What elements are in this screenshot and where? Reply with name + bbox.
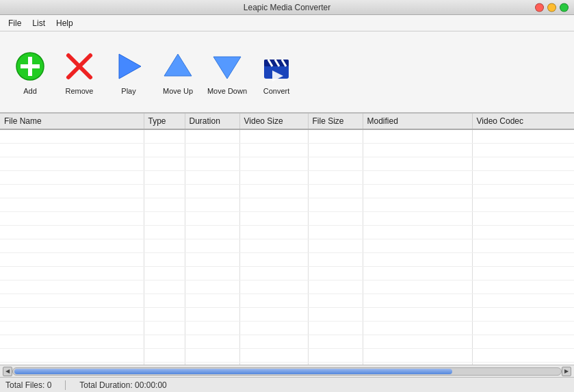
file-list-container: File Name Type Duration Video Size File …: [0, 114, 574, 365]
window-title: Leapic Media Converter: [244, 3, 330, 12]
move-down-icon: [209, 49, 245, 84]
window-controls: [535, 3, 569, 12]
move-up-label: Move Up: [163, 87, 193, 95]
file-table: File Name Type Duration Video Size File …: [0, 114, 574, 365]
menu-list[interactable]: List: [27, 17, 51, 29]
menu-file[interactable]: File: [3, 17, 27, 29]
total-duration-label: Total Duration: 00:00:00: [79, 380, 166, 390]
toolbar: Add Remove Play Move Up: [0, 31, 574, 114]
col-header-modified: Modified: [363, 114, 472, 129]
table-row[interactable]: [0, 280, 574, 293]
remove-label: Remove: [66, 87, 94, 95]
move-up-icon: [160, 49, 196, 84]
table-row[interactable]: [0, 129, 574, 143]
remove-button[interactable]: Remove: [56, 35, 103, 109]
table-row[interactable]: [0, 225, 574, 239]
scroll-right-button[interactable]: ▶: [562, 367, 571, 376]
col-header-filename: File Name: [0, 114, 144, 129]
scroll-left-button[interactable]: ◀: [3, 367, 12, 376]
move-down-button[interactable]: Move Down: [204, 35, 250, 109]
scrollbar-container: ◀ ▶: [0, 365, 574, 377]
scrollbar-thumb[interactable]: [14, 369, 452, 374]
title-bar: Leapic Media Converter: [0, 0, 574, 15]
minimize-button[interactable]: [547, 3, 556, 12]
table-row[interactable]: [0, 157, 574, 170]
add-button[interactable]: Add: [7, 35, 53, 109]
table-row[interactable]: [0, 335, 574, 348]
convert-icon: [259, 49, 294, 84]
play-button[interactable]: Play: [105, 35, 152, 109]
svg-marker-7: [213, 57, 241, 79]
play-icon: [111, 49, 146, 84]
table-row[interactable]: [0, 198, 574, 211]
col-header-videosize: Video Size: [239, 114, 308, 129]
table-header-row: File Name Type Duration Video Size File …: [0, 114, 574, 129]
play-label: Play: [121, 87, 135, 95]
table-row[interactable]: [0, 266, 574, 280]
table-row[interactable]: [0, 143, 574, 157]
total-files-label: Total Files: 0: [5, 380, 51, 390]
table-row[interactable]: [0, 293, 574, 307]
scrollbar-track[interactable]: [12, 367, 562, 376]
menu-bar: File List Help: [0, 15, 574, 31]
menu-help[interactable]: Help: [51, 17, 79, 29]
svg-rect-2: [21, 64, 40, 68]
add-icon: [12, 49, 48, 84]
remove-icon: [62, 49, 97, 84]
table-row[interactable]: [0, 170, 574, 184]
add-label: Add: [23, 87, 37, 95]
col-header-type: Type: [144, 114, 185, 129]
maximize-button[interactable]: [560, 3, 569, 12]
close-button[interactable]: [535, 3, 544, 12]
table-row[interactable]: [0, 321, 574, 335]
svg-marker-6: [164, 54, 192, 76]
move-up-button[interactable]: Move Up: [155, 35, 201, 109]
convert-button[interactable]: Convert: [253, 35, 300, 109]
col-header-duration: Duration: [185, 114, 239, 129]
table-row[interactable]: [0, 239, 574, 252]
convert-label: Convert: [263, 87, 290, 95]
status-bar: Total Files: 0 Total Duration: 00:00:00: [0, 377, 574, 392]
table-row[interactable]: [0, 348, 574, 362]
col-header-filesize: File Size: [308, 114, 363, 129]
table-row[interactable]: [0, 184, 574, 198]
table-row[interactable]: [0, 252, 574, 266]
svg-marker-5: [119, 54, 141, 79]
table-row[interactable]: [0, 307, 574, 321]
col-header-videocodec: Video Codec: [472, 114, 574, 129]
table-row[interactable]: [0, 211, 574, 225]
status-divider: [65, 380, 66, 390]
move-down-label: Move Down: [207, 87, 247, 95]
